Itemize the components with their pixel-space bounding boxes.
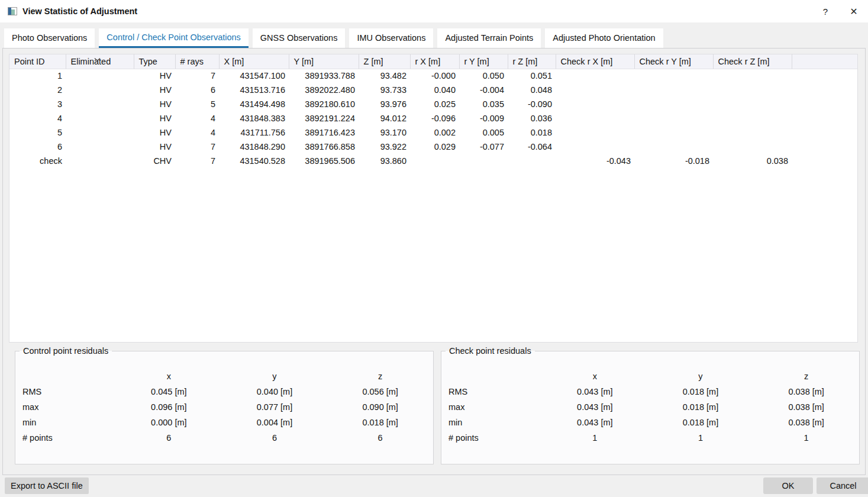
table-row[interactable]: 5HV4431711.7563891716.42393.1700.0020.00…	[9, 125, 857, 140]
column-header-rz[interactable]: r Z [m]	[508, 54, 556, 69]
column-header-x[interactable]: X [m]	[219, 54, 289, 69]
table-row[interactable]: 6HV7431848.2903891766.85893.9220.029-0.0…	[9, 140, 857, 154]
check-col-x: x	[542, 369, 648, 384]
column-header-y[interactable]: Y [m]	[289, 54, 359, 69]
table-row[interactable]: 1HV7431547.1003891933.78893.482-0.0000.0…	[9, 69, 857, 83]
tab-gnss-observations[interactable]: GNSS Observations	[253, 28, 346, 48]
title-bar: View Statistic of Adjustment ? ✕	[0, 0, 868, 22]
footer-bar: Export to ASCII file OK Cancel	[0, 475, 868, 497]
control-points-label: # points	[15, 430, 116, 446]
check-points-label: # points	[441, 430, 542, 446]
observations-table: Point ID Eliminated Type # rays X [m] Y …	[9, 54, 858, 343]
tab-imu-observations[interactable]: IMU Observations	[349, 28, 433, 48]
table-row[interactable]: 4HV4431848.3833892191.22494.012-0.096-0.…	[9, 111, 857, 125]
column-header-z[interactable]: Z [m]	[359, 54, 410, 69]
control-col-y: y	[222, 369, 328, 384]
tab-control-check-point-observations[interactable]: Control / Check Point Observations	[99, 28, 248, 48]
check-rms-label: RMS	[441, 384, 542, 399]
column-header-type[interactable]: Type	[134, 54, 175, 69]
tab-adjusted-terrain-points[interactable]: Adjusted Terrain Points	[437, 28, 541, 48]
check-min-label: min	[441, 415, 542, 430]
column-header-eliminated[interactable]: Eliminated	[66, 54, 134, 69]
column-header-ry[interactable]: r Y [m]	[459, 54, 508, 69]
tab-adjusted-photo-orientation[interactable]: Adjusted Photo Orientation	[545, 28, 663, 48]
tab-panel: Point ID Eliminated Type # rays X [m] Y …	[2, 48, 866, 475]
column-header-check-rx[interactable]: Check r X [m]	[556, 54, 634, 69]
table-row[interactable]: 2HV6431513.7163892022.48093.7330.040-0.0…	[9, 83, 857, 97]
check-point-residuals-title: Check point residuals	[446, 346, 535, 356]
sort-indicator-icon	[93, 54, 101, 64]
app-icon	[8, 7, 17, 15]
column-header-check-ry[interactable]: Check r Y [m]	[634, 54, 713, 69]
control-point-residuals-title: Control point residuals	[20, 346, 112, 356]
column-header-rx[interactable]: r X [m]	[410, 54, 459, 69]
table-row[interactable]: 3HV5431494.4983892180.61093.9760.0250.03…	[9, 97, 857, 111]
check-point-residuals-group: Check point residuals x y z RMS 0.043 [m…	[441, 346, 860, 464]
table-header-row: Point ID Eliminated Type # rays X [m] Y …	[9, 54, 857, 69]
check-col-z: z	[753, 369, 859, 384]
control-min-label: min	[15, 415, 116, 430]
window-title: View Statistic of Adjustment	[22, 7, 137, 16]
check-col-y: y	[648, 369, 754, 384]
export-ascii-button[interactable]: Export to ASCII file	[5, 477, 89, 494]
column-header-point-id[interactable]: Point ID	[9, 54, 66, 69]
control-max-label: max	[15, 399, 116, 415]
tab-photo-observations[interactable]: Photo Observations	[4, 28, 95, 48]
control-rms-label: RMS	[15, 384, 116, 399]
column-header-filler	[792, 54, 857, 69]
ok-button[interactable]: OK	[763, 477, 813, 494]
check-max-label: max	[441, 399, 542, 415]
control-point-residuals-group: Control point residuals x y z RMS 0.045 …	[15, 346, 434, 464]
column-header-check-rz[interactable]: Check r Z [m]	[713, 54, 792, 69]
control-col-z: z	[327, 369, 433, 384]
control-col-x: x	[116, 369, 222, 384]
table-row[interactable]: checkCHV7431540.5283891965.50693.860-0.0…	[9, 154, 857, 168]
cancel-button[interactable]: Cancel	[817, 477, 868, 494]
column-header-rays[interactable]: # rays	[175, 54, 219, 69]
close-button[interactable]: ✕	[840, 0, 868, 22]
tab-strip: Photo Observations Control / Check Point…	[0, 22, 868, 48]
help-button[interactable]: ?	[811, 0, 840, 22]
